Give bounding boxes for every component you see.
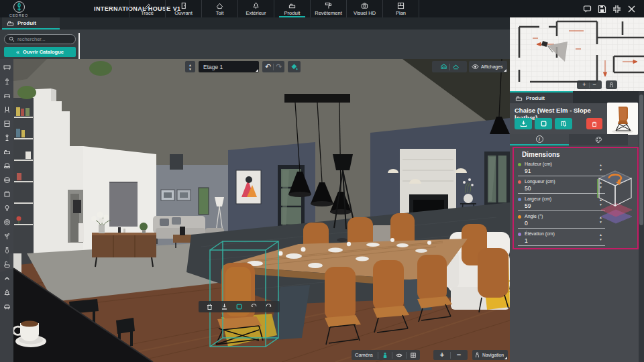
resize-notch <box>504 357 507 359</box>
category-sofa-icon[interactable] <box>0 88 13 103</box>
redo-button[interactable]: ↷ <box>276 62 282 72</box>
drop-to-floor-icon[interactable] <box>221 303 228 310</box>
floor-selector[interactable]: Etage 1 <box>199 61 259 72</box>
tab-ouvrant[interactable]: Ouvrant <box>165 0 201 17</box>
step-down-icon[interactable]: ▼ <box>189 67 192 71</box>
cedreo-logo[interactable]: CEDREO <box>5 1 33 17</box>
category-outdoor-icon[interactable] <box>0 286 13 300</box>
dimension-value-input[interactable]: 59 <box>525 202 531 209</box>
replace-product-button[interactable] <box>555 118 572 129</box>
rotate-cw-icon[interactable] <box>265 303 272 310</box>
minimap-person-button[interactable] <box>606 80 617 89</box>
trash-icon[interactable] <box>206 303 213 310</box>
product-panel: Produit Chaise (West Elm - Slope leather… <box>510 91 644 362</box>
category-media-unit-icon[interactable] <box>0 60 13 74</box>
category-storage-icon[interactable] <box>0 117 13 131</box>
orientation-cube[interactable] <box>596 167 635 229</box>
divider <box>78 33 80 59</box>
affichages-dropdown[interactable]: Affichages <box>469 61 507 72</box>
save-icon[interactable] <box>598 5 606 13</box>
person-view-icon[interactable] <box>382 352 388 359</box>
orbit-view-icon[interactable] <box>396 352 402 359</box>
duplicate-icon <box>540 120 547 127</box>
category-sports-icon[interactable] <box>0 173 13 187</box>
product-thumbnail[interactable] <box>607 103 638 135</box>
category-plants-icon[interactable] <box>0 229 13 243</box>
left-produit-tab[interactable]: Produit <box>2 17 60 29</box>
dimension-row-angle: Angle (°) 0 ▲▼ <box>518 214 605 230</box>
walls-toggle-icon[interactable] <box>440 63 447 70</box>
category-chair-icon[interactable] <box>0 103 13 117</box>
person-icon <box>608 82 614 88</box>
download-product-button[interactable] <box>515 118 532 129</box>
category-bed-icon[interactable] <box>0 145 13 159</box>
green-door[interactable] <box>199 188 209 215</box>
paint-bucket-tool[interactable] <box>288 61 301 72</box>
category-bathroom-icon[interactable] <box>0 257 13 272</box>
zoom-out-button[interactable]: − <box>453 351 465 359</box>
tab-toit[interactable]: Toit <box>201 0 237 17</box>
product-panel-tab[interactable]: Produit <box>510 91 573 103</box>
chair-thumbnail-image <box>607 103 638 135</box>
category-lamp-icon[interactable] <box>0 74 13 88</box>
poster-art[interactable] <box>236 170 261 204</box>
tall-plant-top <box>89 61 112 76</box>
tab-produit[interactable]: Produit <box>274 0 310 17</box>
delete-product-button[interactable] <box>586 118 602 129</box>
duplicate-product-button[interactable] <box>535 118 552 129</box>
step-down[interactable]: ▼ <box>599 237 602 242</box>
dimension-value-input[interactable]: 0 <box>525 220 528 227</box>
category-armchair-icon[interactable] <box>0 159 13 173</box>
dimension-row-elevation: Élévation (cm) 1 ▲▼ <box>518 231 605 247</box>
category-decor-icon[interactable] <box>0 131 13 145</box>
door-icon <box>180 2 187 9</box>
catalog-category-toolbar <box>0 59 13 362</box>
dimension-value-input[interactable]: 91 <box>525 168 531 174</box>
panel-scrollbar-thumb[interactable] <box>639 95 643 225</box>
tab-visuel-hd[interactable]: Visuel HD <box>346 0 382 17</box>
minimap-floorplan[interactable] <box>510 17 644 91</box>
tab-product-info[interactable]: i <box>510 134 569 145</box>
tab-revetement[interactable]: Revêtement <box>310 0 346 17</box>
search-input[interactable]: rechercher... <box>4 34 76 44</box>
tab-product-materials[interactable] <box>569 134 628 145</box>
paint-roller-icon <box>325 2 332 9</box>
panel-tab-row <box>0 17 510 29</box>
compress-icon[interactable] <box>612 5 621 13</box>
category-kitchen-icon[interactable] <box>0 187 13 201</box>
chat-icon[interactable] <box>583 5 592 13</box>
info-icon: i <box>536 135 543 143</box>
download-icon <box>520 120 527 127</box>
open-catalog-button[interactable]: « Ouvrir Catalogue <box>4 47 76 57</box>
replace-icon <box>560 120 568 127</box>
category-vehicle-icon[interactable] <box>0 300 13 314</box>
elevation-view-icon[interactable] <box>410 352 417 359</box>
minimap-zoom-in[interactable]: + <box>580 81 589 88</box>
rotate-ccw-icon[interactable] <box>250 303 258 310</box>
view-toggle-group <box>432 61 467 72</box>
tab-plan[interactable]: Plan <box>382 0 419 17</box>
dimension-value-input[interactable]: 50 <box>525 185 531 192</box>
minimap-zoom-out[interactable]: − <box>590 81 599 88</box>
product-actions <box>515 118 572 129</box>
dimension-value-input[interactable]: 1 <box>525 237 528 244</box>
tab-exterieur[interactable]: Extérieur <box>237 0 274 17</box>
3d-scene[interactable] <box>0 59 510 362</box>
tab-trace[interactable]: Tracé <box>129 0 165 17</box>
navigation-dropdown[interactable]: Navigation <box>472 350 508 360</box>
3d-viewport[interactable]: ▲ ▼ Etage 1 ↶ ↷ Affichages <box>0 59 510 362</box>
category-vase-icon[interactable] <box>0 243 13 257</box>
roof-toggle-icon[interactable] <box>452 63 460 70</box>
undo-button[interactable]: ↶ <box>265 62 271 72</box>
zoom-in-button[interactable]: + <box>436 351 448 359</box>
close-icon[interactable] <box>627 5 636 13</box>
bookshelf[interactable] <box>13 86 36 267</box>
duplicate-icon[interactable] <box>235 303 243 310</box>
category-tableware-icon[interactable] <box>0 215 13 229</box>
camera-label: Caméra <box>355 352 373 358</box>
collapse-chevron-icon[interactable] <box>0 272 13 286</box>
category-lighting-icon[interactable] <box>0 201 13 215</box>
dimension-dot <box>518 163 521 166</box>
undo-redo-group: ↶ ↷ <box>262 61 284 72</box>
floor-stepper[interactable]: ▲ ▼ <box>185 61 195 72</box>
